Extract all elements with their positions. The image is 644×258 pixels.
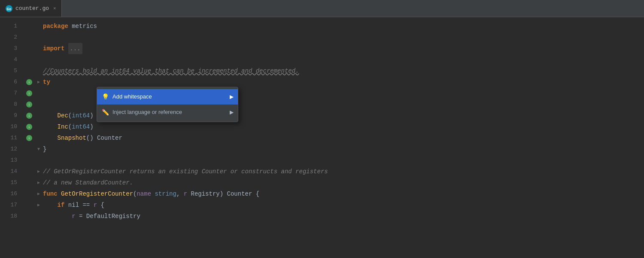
- line-num-2: 2: [0, 32, 17, 43]
- svg-marker-6: [37, 193, 40, 195]
- editor-area: 1 2 3 4 5 6 7 8 9 10 11 12 13 14 15 16 1…: [0, 17, 644, 258]
- code-line-15: // a new StandardCounter.: [25, 177, 644, 188]
- line-num-16: 16: [0, 188, 17, 200]
- gutter-icon-7: [26, 90, 32, 96]
- code-line-4: [25, 54, 644, 65]
- line-num-3: 3: [0, 43, 17, 54]
- menu-item-inject-language[interactable]: ✏️ Inject language or reference ▶: [97, 104, 238, 120]
- fold-arrow-14: [36, 169, 41, 174]
- line-num-4: 4: [0, 54, 17, 65]
- code-line-13: [25, 155, 644, 166]
- gutter-icon-6: [26, 79, 32, 85]
- svg-text:Go: Go: [7, 7, 12, 12]
- fold-arrow-12: [36, 147, 41, 151]
- code-line-17: if nil == r {: [25, 200, 644, 211]
- svg-marker-2: [37, 81, 40, 83]
- fold-arrow-6: [36, 80, 41, 84]
- code-line-10: Inc(int64): [25, 121, 644, 132]
- svg-marker-3: [37, 148, 40, 150]
- code-line-2: [25, 32, 644, 43]
- line-num-12: 12: [0, 144, 17, 155]
- line-num-18: 18: [0, 211, 17, 222]
- line-num-17: 17: [0, 200, 17, 211]
- submenu-arrow-1: ▶: [230, 91, 234, 102]
- keyword-import: import: [43, 43, 64, 54]
- code-line-18: r = DefaultRegistry: [25, 211, 644, 222]
- import-ellipsis: ...: [68, 43, 82, 54]
- line-num-8: 8: [0, 99, 17, 110]
- code-line-11: Snapshot() Counter: [25, 132, 644, 144]
- svg-marker-7: [37, 204, 40, 206]
- go-file-icon: Go: [5, 5, 13, 12]
- code-line-12: }: [25, 144, 644, 155]
- lightbulb-icon: 💡: [101, 91, 109, 102]
- code-line-5: //Counters hold an int64 value that can …: [25, 65, 644, 77]
- tab-close-button[interactable]: ×: [53, 6, 56, 11]
- tab-counter-go[interactable]: Go counter.go ×: [0, 0, 62, 17]
- line-num-13: 13: [0, 155, 17, 166]
- pencil-icon: ✏️: [101, 107, 109, 118]
- fold-arrow-17: [36, 203, 41, 207]
- fold-arrow-16: [36, 192, 41, 196]
- gutter-icon-8: [26, 101, 32, 108]
- line-num-7: 7: [0, 88, 17, 99]
- line-num-11: 11: [0, 132, 17, 144]
- gutter-icon-10: [26, 124, 32, 130]
- app-window: Go counter.go × 1 2 3 4 5 6 7 8 9 10 11 …: [0, 0, 644, 258]
- submenu-arrow-2: ▶: [230, 107, 234, 118]
- tab-bar: Go counter.go ×: [0, 0, 644, 17]
- keyword-type-6: ty: [43, 77, 50, 88]
- tab-filename: counter.go: [15, 5, 49, 12]
- keyword-package: package: [43, 21, 68, 32]
- line-num-14: 14: [0, 166, 17, 177]
- code-line-3: import ...: [25, 43, 644, 54]
- code-line-1: package metrics: [25, 21, 644, 32]
- context-menu: 💡 Add whitespace ▶ ✏️ Inject language or…: [97, 87, 238, 122]
- svg-marker-5: [37, 181, 40, 184]
- gutter-icon-9: [26, 113, 32, 119]
- svg-marker-4: [37, 170, 40, 173]
- gutter-1: [25, 22, 33, 31]
- menu-item-add-whitespace[interactable]: 💡 Add whitespace ▶: [97, 89, 238, 104]
- code-line-6: ty: [25, 77, 644, 88]
- code-line-14: // GetOrRegisterCounter returns an exist…: [25, 166, 644, 177]
- line-num-15: 15: [0, 177, 17, 188]
- menu-label-inject-language: Inject language or reference: [112, 107, 182, 118]
- fold-arrow-15: [36, 181, 41, 185]
- line-num-6: 6: [0, 77, 17, 88]
- fold-1: [35, 23, 42, 30]
- comment-line5: //Counters hold an int64 value that can …: [43, 65, 299, 77]
- line-num-9: 9: [0, 110, 17, 121]
- code-content: package metrics import ... /: [21, 17, 644, 258]
- menu-label-add-whitespace: Add whitespace: [112, 91, 152, 102]
- code-line-16: func GetOrRegisterCounter(name string, r…: [25, 188, 644, 200]
- line-numbers-gutter: 1 2 3 4 5 6 7 8 9 10 11 12 13 14 15 16 1…: [0, 17, 21, 258]
- gutter-icon-11: [26, 135, 32, 141]
- line-num-10: 10: [0, 121, 17, 132]
- line-num-1: 1: [0, 21, 17, 32]
- line-num-5: 5: [0, 65, 17, 77]
